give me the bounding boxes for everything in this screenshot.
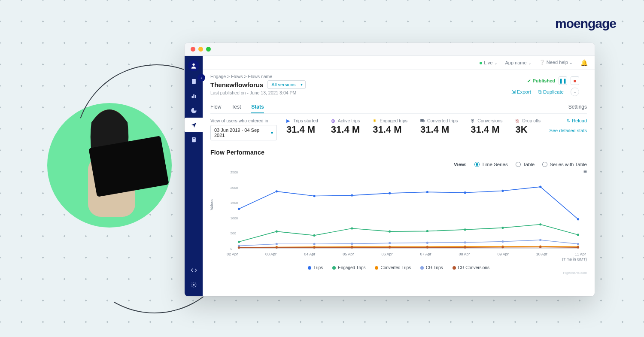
close-window-button[interactable] [191, 47, 195, 52]
svg-point-30 [351, 227, 353, 229]
svg-point-24 [501, 190, 504, 192]
svg-point-52 [426, 242, 428, 244]
pause-button[interactable]: ❚❚ [559, 76, 567, 85]
date-range-dropdown[interactable]: 03 Jun 2019 - 04 Sep 2021▾ [210, 125, 277, 140]
legend-item-cg-trips[interactable]: CG Trips [420, 265, 443, 270]
page-title: Thenewflowforus [210, 81, 263, 88]
kpi-conversions: ⛨Conversions31.4 M [471, 118, 502, 135]
chart-x-tick: 02 Apr [227, 252, 238, 256]
svg-text:2500: 2500 [231, 170, 238, 174]
legend-item-cg-conversions[interactable]: CG Conversions [453, 265, 489, 270]
chart-attribution: Highcharts.com [210, 271, 587, 275]
tab-flow[interactable]: Flow [210, 101, 221, 113]
brand-logo: moengage [555, 16, 616, 31]
svg-point-3 [192, 64, 194, 66]
svg-rect-6 [193, 94, 194, 98]
topbar: Live ⌄ App name ⌄ ❔ Need help ⌄ 🔔 [203, 56, 595, 70]
svg-point-59 [313, 246, 315, 249]
notifications-icon[interactable]: 🔔 [580, 59, 588, 66]
kpi-trips-started: ▶Trips started31.4 M [286, 118, 318, 135]
version-dropdown[interactable]: All versions [267, 80, 305, 89]
kpi-drop-offs: ⎘Drop offs3K [516, 118, 541, 135]
tab-test[interactable]: Test [231, 101, 241, 113]
svg-point-63 [464, 246, 466, 249]
status-badge: Published [527, 78, 555, 83]
svg-point-49 [313, 243, 315, 245]
view-mode-label: View: [454, 162, 467, 167]
svg-point-50 [351, 243, 353, 245]
app-window: › Live ⌄ App name ⌄ ❔ Need help ⌄ 🔔 Enga… [185, 43, 595, 296]
svg-point-32 [426, 230, 428, 232]
sidebar-item-dev[interactable] [185, 263, 203, 277]
svg-point-10 [193, 284, 194, 285]
svg-point-29 [313, 234, 315, 237]
help-menu[interactable]: ❔ Need help ⌄ [539, 60, 573, 65]
svg-point-53 [464, 241, 466, 243]
svg-rect-9 [193, 138, 195, 139]
more-actions-button[interactable]: ⌄ [571, 88, 579, 96]
chart-x-tick: 08 Apr [459, 252, 470, 256]
app-switcher[interactable]: App name ⌄ [505, 60, 532, 65]
reload-button[interactable]: Reload [544, 118, 587, 124]
env-indicator[interactable]: Live ⌄ [480, 60, 497, 65]
svg-text:2000: 2000 [231, 186, 238, 190]
chart-x-tick: 04 Apr [304, 252, 315, 256]
svg-point-26 [577, 218, 579, 220]
tab-stats[interactable]: Stats [251, 101, 264, 113]
chart-x-tick: 09 Apr [498, 252, 509, 256]
svg-text:0: 0 [231, 247, 233, 251]
svg-point-65 [539, 246, 541, 248]
svg-point-31 [389, 231, 391, 233]
kpi-converted-trips: ⛟Converted trips31.4 M [420, 118, 458, 135]
duplicate-button[interactable]: ⧉Duplicate [538, 89, 564, 95]
svg-point-35 [539, 223, 541, 225]
page-header: Engage > Flows > Flows name Thenewflowfo… [210, 74, 587, 95]
svg-point-33 [464, 228, 466, 231]
svg-point-25 [539, 186, 541, 188]
export-button[interactable]: ⇲Export [511, 89, 531, 95]
sidebar-nav: › [185, 56, 203, 296]
legend-item-converted-trips[interactable]: Converted Trips [375, 265, 411, 270]
minimize-window-button[interactable] [198, 47, 203, 52]
see-detailed-stats-link[interactable]: See detailed stats [544, 128, 587, 133]
sidebar-expand-icon[interactable]: › [197, 74, 205, 82]
svg-point-17 [238, 208, 240, 210]
svg-point-28 [276, 231, 278, 233]
svg-text:1000: 1000 [231, 216, 238, 220]
svg-point-55 [539, 239, 541, 241]
sidebar-item-content[interactable] [185, 132, 203, 147]
sidebar-item-segments[interactable] [185, 103, 203, 118]
legend-item-engaged-trips[interactable]: Engaged Trips [332, 265, 366, 270]
chart-x-tick: 11 Apr [575, 252, 586, 256]
maximize-window-button[interactable] [206, 47, 211, 52]
sidebar-item-analytics[interactable] [185, 88, 203, 103]
view-mode-series-table[interactable]: Series with Table [542, 162, 587, 167]
svg-point-64 [501, 246, 504, 248]
svg-point-21 [389, 192, 391, 194]
svg-point-58 [276, 246, 278, 249]
legend-item-trips[interactable]: Trips [308, 265, 323, 270]
tab-settings[interactable]: Settings [568, 101, 587, 113]
svg-text:500: 500 [231, 231, 237, 235]
chart-plot: 05001000150020002500 [226, 170, 587, 251]
kpi-active-trips: ◍Active trips31.4 M [331, 118, 360, 135]
chart-x-tick: 05 Apr [343, 252, 354, 256]
view-mode-time-series[interactable]: Time Series [474, 162, 508, 167]
hero-illustration [47, 99, 180, 232]
user-avatar[interactable] [188, 60, 199, 71]
sidebar-item-engage[interactable] [185, 118, 203, 132]
chart-x-tick: 10 Apr [536, 252, 547, 256]
stop-button[interactable]: ■ [571, 76, 579, 85]
kpi-engaged-trips: ✷Engaged trips31.4 M [373, 118, 407, 135]
svg-point-48 [276, 243, 278, 245]
tabs: Flow Test Stats Settings [210, 101, 587, 114]
svg-point-61 [389, 246, 391, 249]
svg-text:1500: 1500 [231, 201, 238, 205]
sidebar-item-settings[interactable] [185, 277, 203, 292]
svg-point-23 [464, 191, 466, 194]
chart-title: Flow Performance [210, 149, 587, 156]
svg-point-60 [351, 246, 353, 249]
svg-point-56 [577, 243, 579, 245]
view-mode-table[interactable]: Table [516, 162, 535, 167]
chart-x-tick: 06 Apr [381, 252, 392, 256]
